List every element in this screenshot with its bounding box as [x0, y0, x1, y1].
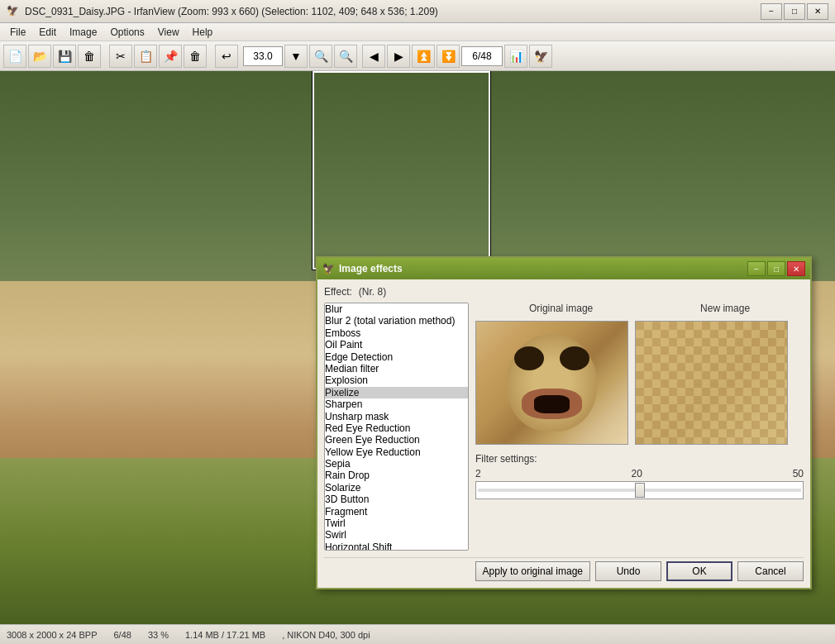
effect-label: Effect: — [324, 286, 352, 298]
new-image-preview — [635, 321, 788, 445]
cut-button[interactable]: ✂ — [109, 45, 132, 68]
properties-button[interactable]: 📊 — [504, 45, 527, 68]
cancel-button[interactable]: Cancel — [737, 561, 804, 581]
next-button[interactable]: ▶ — [387, 45, 410, 68]
dialog-titlebar: 🦅 Image effects − □ ✕ — [317, 258, 810, 279]
dialog-controls: − □ ✕ — [747, 261, 805, 276]
menu-help[interactable]: Help — [186, 25, 220, 40]
slider-mid-value: 20 — [631, 468, 642, 479]
save-button[interactable]: 💾 — [53, 45, 76, 68]
effects-list[interactable]: BlurBlur 2 (total variation method)Embos… — [324, 303, 469, 551]
apply-to-original-button[interactable]: Apply to original image — [475, 561, 590, 581]
slider-container[interactable] — [475, 481, 804, 499]
filter-settings-label: Filter settings: — [475, 453, 804, 465]
menu-view[interactable]: View — [151, 25, 186, 40]
effects-list-container: BlurBlur 2 (total variation method)Embos… — [324, 303, 469, 551]
menu-image[interactable]: Image — [63, 25, 103, 40]
zoom-input[interactable] — [243, 46, 283, 66]
dialog-icon: 🦅 — [322, 263, 334, 274]
original-image-label: Original image — [529, 303, 593, 314]
app-icon: 🦅 — [7, 5, 20, 18]
nav-counter: 6/48 — [461, 46, 503, 66]
menu-file[interactable]: File — [3, 25, 32, 40]
minimize-button[interactable]: − — [761, 3, 782, 20]
dialog-title: Image effects — [339, 263, 403, 274]
preview-images — [475, 321, 804, 445]
ok-button[interactable]: OK — [666, 561, 732, 581]
slider-min-value: 2 — [475, 468, 481, 479]
status-filesize: 1.14 MB / 17.21 MB — [185, 630, 265, 640]
preview-labels: Original image New image — [475, 303, 804, 314]
main-image-area[interactable]: 🦅 Image effects − □ ✕ Effect: (Nr. 8) B — [0, 71, 835, 624]
previews-area: Original image New image — [475, 303, 804, 551]
title-bar: 🦅 DSC_0931_Daisy.JPG - IrfanView (Zoom: … — [0, 0, 835, 23]
zoom-dropdown[interactable]: ▼ — [284, 45, 308, 68]
copy-button[interactable]: 📋 — [134, 45, 157, 68]
original-image-preview — [475, 321, 628, 445]
prev-button[interactable]: ◀ — [362, 45, 385, 68]
filter-numbers: 2 20 50 — [475, 468, 804, 479]
image-effects-dialog: 🦅 Image effects − □ ✕ Effect: (Nr. 8) B — [316, 256, 812, 589]
undo-button[interactable]: ↩ — [215, 45, 238, 68]
menu-options[interactable]: Options — [103, 25, 150, 40]
status-camera: , NIKON D40, 300 dpi — [282, 630, 370, 640]
slider-track — [478, 489, 801, 492]
undo-button[interactable]: Undo — [595, 561, 661, 581]
dialog-content: BlurBlur 2 (total variation method)Embos… — [324, 303, 804, 551]
pixelized-dog-face — [636, 322, 787, 444]
dialog-minimize-button[interactable]: − — [747, 261, 766, 276]
close-button[interactable]: ✕ — [807, 3, 828, 20]
dialog-body: Effect: (Nr. 8) BlurBlur 2 (total variat… — [317, 279, 810, 588]
open-button[interactable]: 📂 — [28, 45, 51, 68]
toolbar: 📄 📂 💾 🗑 ✂ 📋 📌 🗑 ↩ ▼ 🔍 🔍 ◀ ▶ ⏫ ⏬ 6/48 📊 🦅 — [0, 41, 835, 71]
new-image-label: New image — [700, 303, 750, 314]
menu-edit[interactable]: Edit — [32, 25, 63, 40]
effect-row: Effect: (Nr. 8) — [324, 286, 804, 298]
restore-button[interactable]: □ — [784, 3, 805, 20]
last-button[interactable]: ⏬ — [437, 45, 460, 68]
dialog-close-button[interactable]: ✕ — [787, 261, 805, 276]
window-controls: − □ ✕ — [761, 3, 828, 20]
status-zoom: 33 % — [148, 630, 169, 640]
extra-button[interactable]: 🦅 — [529, 45, 552, 68]
filter-settings: Filter settings: 2 20 50 — [475, 453, 804, 499]
paste-button[interactable]: 📌 — [159, 45, 182, 68]
title-bar-left: 🦅 DSC_0931_Daisy.JPG - IrfanView (Zoom: … — [7, 5, 438, 18]
new-button[interactable]: 📄 — [3, 45, 26, 68]
effect-nr: (Nr. 8) — [359, 286, 386, 298]
slider-max-value: 50 — [793, 468, 804, 479]
status-dimensions: 3008 x 2000 x 24 BPP — [7, 630, 97, 640]
slider-thumb[interactable] — [635, 483, 645, 498]
window-title: DSC_0931_Daisy.JPG - IrfanView (Zoom: 99… — [25, 6, 438, 17]
zoom-out-button[interactable]: 🔍 — [334, 45, 357, 68]
zoom-in-button[interactable]: 🔍 — [309, 45, 332, 68]
dialog-buttons: Apply to original image Undo OK Cancel — [324, 557, 804, 581]
delete-button[interactable]: 🗑 — [78, 45, 101, 68]
menu-bar: File Edit Image Options View Help — [0, 23, 835, 41]
clear-button[interactable]: 🗑 — [184, 45, 207, 68]
status-bar: 3008 x 2000 x 24 BPP 6/48 33 % 1.14 MB /… — [0, 624, 835, 644]
first-button[interactable]: ⏫ — [412, 45, 435, 68]
original-dog-face — [476, 322, 627, 444]
dialog-title-left: 🦅 Image effects — [322, 263, 403, 274]
status-counter: 6/48 — [113, 630, 131, 640]
dialog-restore-button[interactable]: □ — [767, 261, 785, 276]
